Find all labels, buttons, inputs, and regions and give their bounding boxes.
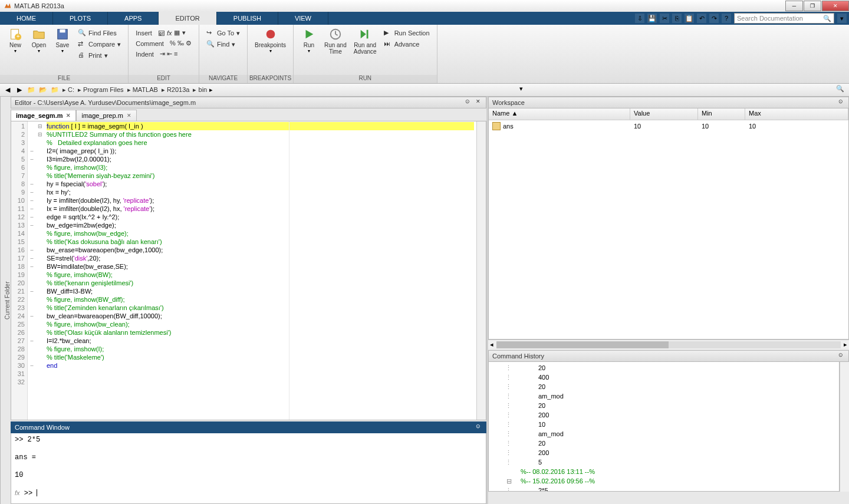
copy-icon[interactable]: ⎘ [672, 14, 682, 23]
path-segment[interactable]: ▸ C: [61, 86, 75, 94]
browse-folder-button[interactable]: 📂 [38, 85, 48, 95]
forward-button[interactable]: ▶ [14, 85, 25, 95]
panel-menu-icon[interactable]: ⊙ [463, 98, 472, 107]
path-segments[interactable]: ▸ C:▸ Program Files▸ MATLAB▸ R2013a▸ bin… [61, 86, 213, 94]
history-menu-icon[interactable]: ⊙ [837, 352, 845, 360]
history-item[interactable]: ⋮400 [491, 373, 837, 382]
compare-button[interactable]: ⇄Compare ▾ [75, 39, 123, 50]
history-item[interactable]: ⋮5 [491, 457, 837, 467]
menu-tab-editor[interactable]: EDITOR [159, 12, 216, 25]
folder-icon: 📁 [50, 85, 60, 95]
search-placeholder: Search Documentation [737, 15, 803, 22]
history-item[interactable]: ⊟%-- 15.02.2016 09:56 --% [491, 476, 837, 486]
matlab-logo-icon [4, 2, 12, 10]
workspace-column-header[interactable]: Max [745, 108, 848, 120]
editor-file-tabs: image_segm.m✕image_prep.m✕ [11, 108, 486, 121]
command-window[interactable]: >> 2*5ans = 10fx >> [11, 433, 486, 504]
cmdwin-menu-icon[interactable]: ⊙ [474, 423, 482, 431]
history-item[interactable]: ⋮200 [491, 448, 837, 457]
path-segment[interactable]: ▸ R2013a [160, 86, 191, 94]
open-button[interactable]: Open▾ [28, 27, 50, 75]
code-editor[interactable]: 1234567891011121314151617181920212223242… [11, 121, 486, 420]
panel-close-icon[interactable]: ✕ [474, 98, 482, 107]
advance-button[interactable]: ⏭Advance [381, 39, 432, 50]
run-button[interactable]: Run▾ [298, 27, 320, 75]
editor-vertical-scrollbar[interactable] [476, 121, 486, 420]
workspace-column-header[interactable]: Value [630, 108, 698, 120]
indent-button[interactable]: Indent ⇥ ⇤ ≡ [133, 49, 194, 59]
redo-icon[interactable]: ↷ [709, 14, 719, 23]
undo-icon[interactable]: ↶ [697, 14, 706, 23]
save-icon[interactable]: 💾 [647, 14, 657, 23]
dropdown-icon[interactable]: ▾ [519, 85, 530, 95]
svg-rect-4 [60, 29, 65, 33]
print-button[interactable]: 🖨Print ▾ [75, 50, 123, 61]
cut-icon[interactable]: ✂ [660, 14, 669, 23]
file-tab[interactable]: image_prep.m✕ [76, 110, 136, 121]
history-item[interactable]: ⋮am_mod [491, 391, 837, 401]
workspace-column-header[interactable]: Min [698, 108, 745, 120]
import-icon[interactable]: ⇩ [635, 14, 644, 23]
run-section-button[interactable]: ▶Run Section [381, 28, 432, 38]
run-and-time-button[interactable]: Run and Time [322, 27, 349, 75]
workspace-menu-icon[interactable]: ⊙ [837, 98, 845, 107]
insert-button[interactable]: Insert 🗟 fx ▦ ▾ [133, 28, 194, 38]
path-segment[interactable]: ▸ bin [192, 86, 208, 94]
menu-tab-apps[interactable]: APPS [108, 12, 159, 25]
workspace-title: Workspace ⊙ [488, 97, 849, 108]
search-path-icon[interactable]: 🔍 [836, 85, 847, 95]
history-item[interactable]: ⋮200 [491, 410, 837, 420]
up-folder-button[interactable]: 📁 [26, 85, 37, 95]
close-button[interactable]: ✕ [822, 1, 849, 11]
workspace-row[interactable]: ans101010 [489, 120, 848, 132]
breakpoints-button[interactable]: Breakpoints▾ [252, 27, 288, 75]
menu-tabs: HOMEPLOTSAPPSEDITORPUBLISHVIEW ⇩ 💾 ✂ ⎘ 📋… [0, 12, 849, 25]
current-folder-tab[interactable]: Current Folder [0, 97, 11, 504]
run-and-advance-button[interactable]: Run and Advance [351, 27, 379, 75]
toolstrip: +New▾ Open▾ Save▾ 🔍Find Files ⇄Compare ▾… [0, 25, 849, 84]
comment-button[interactable]: Comment % ‰ ⚙ [133, 38, 194, 48]
save-button[interactable]: Save▾ [52, 27, 73, 75]
history-item[interactable]: %-- 08.02.2016 13:11 --% [491, 467, 837, 476]
new-button[interactable]: +New▾ [5, 27, 26, 75]
history-item[interactable]: ⋮20 [491, 401, 837, 410]
close-tab-icon[interactable]: ✕ [66, 113, 71, 118]
history-item[interactable]: ⋮20 [491, 382, 837, 391]
goto-button[interactable]: ↪Go To ▾ [204, 28, 242, 38]
history-vertical-scrollbar[interactable] [840, 362, 849, 492]
history-item[interactable]: ⋮20 [491, 439, 837, 448]
maximize-button[interactable]: ❐ [804, 1, 821, 11]
help-icon[interactable]: ? [722, 14, 731, 23]
history-item[interactable]: ⋮20 [491, 363, 837, 373]
back-button[interactable]: ◀ [2, 85, 13, 95]
path-segment[interactable]: ▸ Program Files [77, 86, 125, 94]
close-tab-icon[interactable]: ✕ [127, 113, 131, 118]
history-item[interactable]: ⋮10 [491, 420, 837, 429]
path-segment[interactable]: ▸ MATLAB [126, 86, 159, 94]
group-label-run: RUN [294, 75, 437, 83]
minimize-button[interactable]: ─ [785, 1, 803, 11]
menu-tab-publish[interactable]: PUBLISH [217, 12, 278, 25]
address-bar: ◀ ▶ 📁 📂 📁 ▸ C:▸ Program Files▸ MATLAB▸ R… [0, 84, 849, 97]
history-item[interactable]: ⋮am_mod [491, 429, 837, 439]
find-button[interactable]: 🔍Find ▾ [204, 39, 242, 50]
group-label-navigate: NAVIGATE [199, 75, 247, 83]
command-window-label: Command Window [15, 424, 70, 431]
command-history[interactable]: ⋮20⋮400⋮20⋮am_mod⋮20⋮200⋮10⋮am_mod⋮20⋮20… [488, 362, 840, 492]
menu-tab-home[interactable]: HOME [0, 12, 53, 25]
workspace-table[interactable]: Name ▲ValueMinMax ans101010 [488, 108, 849, 340]
svg-text:+: + [17, 33, 20, 39]
variable-icon [492, 122, 501, 130]
menu-tab-plots[interactable]: PLOTS [53, 12, 108, 25]
history-title: Command History ⊙ [488, 350, 849, 362]
workspace-column-header[interactable]: Name ▲ [489, 108, 630, 120]
menu-tab-view[interactable]: VIEW [278, 12, 328, 25]
history-item[interactable]: ⋮2*5 [491, 486, 837, 492]
workspace-horizontal-scrollbar[interactable]: ◂▸ [488, 340, 849, 349]
find-files-button[interactable]: 🔍Find Files [75, 28, 123, 38]
workspace-label: Workspace [492, 99, 525, 106]
doc-search-input[interactable]: Search Documentation 🔍 [734, 13, 834, 24]
paste-icon[interactable]: 📋 [685, 14, 694, 23]
layout-dropdown-icon[interactable]: ▾ [837, 14, 847, 23]
file-tab[interactable]: image_segm.m✕ [11, 110, 76, 121]
